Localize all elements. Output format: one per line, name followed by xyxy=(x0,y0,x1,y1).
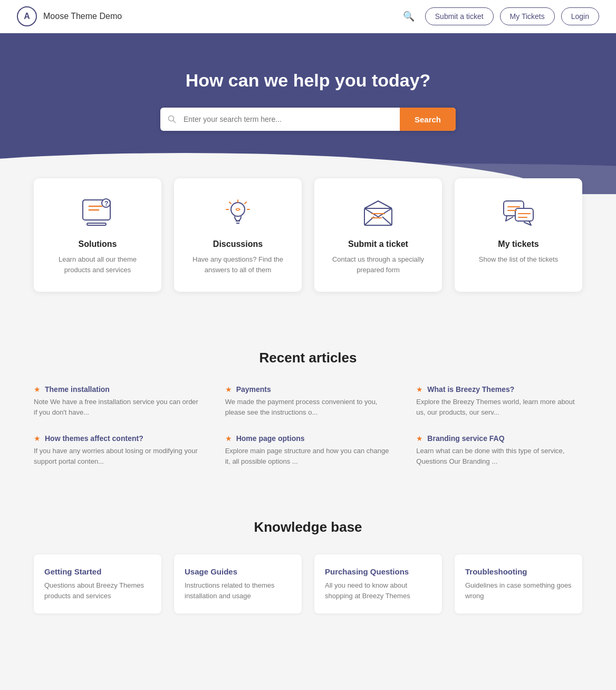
star-icon: ★ xyxy=(416,385,423,394)
svg-text:?: ? xyxy=(104,200,108,207)
article-title[interactable]: What is Breezy Themes? xyxy=(427,385,514,394)
hero-section: How can we help you today? Search xyxy=(0,33,616,194)
kb-card-title: Getting Started xyxy=(44,567,151,576)
article-excerpt: Explore the Breezy Themes world, learn m… xyxy=(416,397,582,417)
logo-avatar: A xyxy=(17,6,37,26)
kb-grid: Getting Started Questions about Breezy T… xyxy=(34,554,582,614)
kb-card[interactable]: Usage Guides Instructions related to the… xyxy=(174,554,302,614)
kb-card-desc: Guidelines in case something goes wrong xyxy=(465,580,572,601)
star-icon: ★ xyxy=(416,434,423,443)
article-title[interactable]: Branding service FAQ xyxy=(427,434,504,443)
recent-articles-section: Recent articles ★ Theme installation Not… xyxy=(0,323,616,493)
my-tickets-icon xyxy=(499,197,537,229)
articles-grid: ★ Theme installation Note We have a free… xyxy=(34,385,582,466)
article-item[interactable]: ★ Payments We made the payment process c… xyxy=(225,385,391,417)
svg-point-9 xyxy=(231,203,245,216)
article-item[interactable]: ★ How themes affect content? If you have… xyxy=(34,434,200,466)
article-excerpt: Note We have a free installation service… xyxy=(34,397,200,417)
card-solutions[interactable]: ? Solutions Learn about all our theme pr… xyxy=(34,178,161,292)
card-my-tickets-desc: Show the list of the tickets xyxy=(467,254,570,265)
kb-card-desc: All you need to know about shopping at B… xyxy=(325,580,431,601)
kb-card-desc: Questions about Breezy Themes products a… xyxy=(44,580,151,601)
card-submit-ticket[interactable]: Submit a ticket Contact us through a spe… xyxy=(314,178,442,292)
submit-ticket-icon xyxy=(359,197,397,229)
login-button[interactable]: Login xyxy=(561,7,599,25)
kb-card-title: Troubleshooting xyxy=(465,567,572,576)
discussions-icon xyxy=(219,197,257,229)
kb-card-desc: Instructions related to themes installat… xyxy=(185,580,291,601)
hero-title: How can we help you today? xyxy=(17,70,599,91)
article-title[interactable]: Home page options xyxy=(236,434,305,443)
card-my-tickets[interactable]: My tickets Show the list of the tickets xyxy=(455,178,582,292)
article-item[interactable]: ★ What is Breezy Themes? Explore the Bre… xyxy=(416,385,582,417)
header-nav: 🔍 Submit a ticket My Tickets Login xyxy=(403,7,599,25)
search-button[interactable]: Search xyxy=(400,108,456,131)
svg-line-13 xyxy=(229,202,231,204)
cards-section: ? Solutions Learn about all our theme pr… xyxy=(0,194,616,323)
article-title[interactable]: Payments xyxy=(236,385,271,394)
site-title: Moose Theme Demo xyxy=(43,12,122,21)
hero-search-icon xyxy=(160,108,184,131)
solutions-icon: ? xyxy=(79,197,117,229)
knowledge-base-section: Knowledge base Getting Started Questions… xyxy=(0,493,616,650)
article-title[interactable]: Theme installation xyxy=(45,385,110,394)
card-discussions-desc: Have any questions? Find the answers to … xyxy=(187,254,289,275)
card-discussions-title: Discussions xyxy=(187,239,289,249)
recent-articles-title: Recent articles xyxy=(21,350,595,366)
kb-card[interactable]: Purchasing Questions All you need to kno… xyxy=(314,554,442,614)
article-excerpt: Explore main page structure and how you … xyxy=(225,446,391,466)
svg-rect-21 xyxy=(515,208,533,221)
svg-line-14 xyxy=(245,202,246,204)
search-icon[interactable]: 🔍 xyxy=(403,11,415,22)
kb-card[interactable]: Getting Started Questions about Breezy T… xyxy=(34,554,161,614)
kb-card-title: Usage Guides xyxy=(185,567,291,576)
article-item[interactable]: ★ Branding service FAQ Learn what can be… xyxy=(416,434,582,466)
header: A Moose Theme Demo 🔍 Submit a ticket My … xyxy=(0,0,616,33)
card-submit-ticket-desc: Contact us through a specially prepared … xyxy=(327,254,429,275)
article-item[interactable]: ★ Home page options Explore main page st… xyxy=(225,434,391,466)
card-submit-ticket-title: Submit a ticket xyxy=(327,239,429,249)
kb-card[interactable]: Troubleshooting Guidelines in case somet… xyxy=(455,554,582,614)
hero-search-bar: Search xyxy=(160,108,456,131)
article-excerpt: Learn what can be done with this type of… xyxy=(416,446,582,466)
card-solutions-desc: Learn about all our theme products and s… xyxy=(46,254,149,275)
card-discussions[interactable]: Discussions Have any questions? Find the… xyxy=(174,178,302,292)
star-icon: ★ xyxy=(34,385,41,394)
card-my-tickets-title: My tickets xyxy=(467,239,570,249)
star-icon: ★ xyxy=(225,385,232,394)
svg-line-1 xyxy=(174,121,176,123)
star-icon: ★ xyxy=(225,434,232,443)
cards-grid: ? Solutions Learn about all our theme pr… xyxy=(34,178,582,292)
knowledge-base-title: Knowledge base xyxy=(21,519,595,535)
article-excerpt: If you have any worries about losing or … xyxy=(34,446,200,466)
article-title[interactable]: How themes affect content? xyxy=(45,434,143,443)
my-tickets-button[interactable]: My Tickets xyxy=(500,7,555,25)
article-excerpt: We made the payment process convenient t… xyxy=(225,397,391,417)
star-icon: ★ xyxy=(34,434,41,443)
card-solutions-title: Solutions xyxy=(46,239,149,249)
article-item[interactable]: ★ Theme installation Note We have a free… xyxy=(34,385,200,417)
search-input[interactable] xyxy=(184,108,400,131)
submit-ticket-button[interactable]: Submit a ticket xyxy=(425,7,494,25)
kb-card-title: Purchasing Questions xyxy=(325,567,431,576)
